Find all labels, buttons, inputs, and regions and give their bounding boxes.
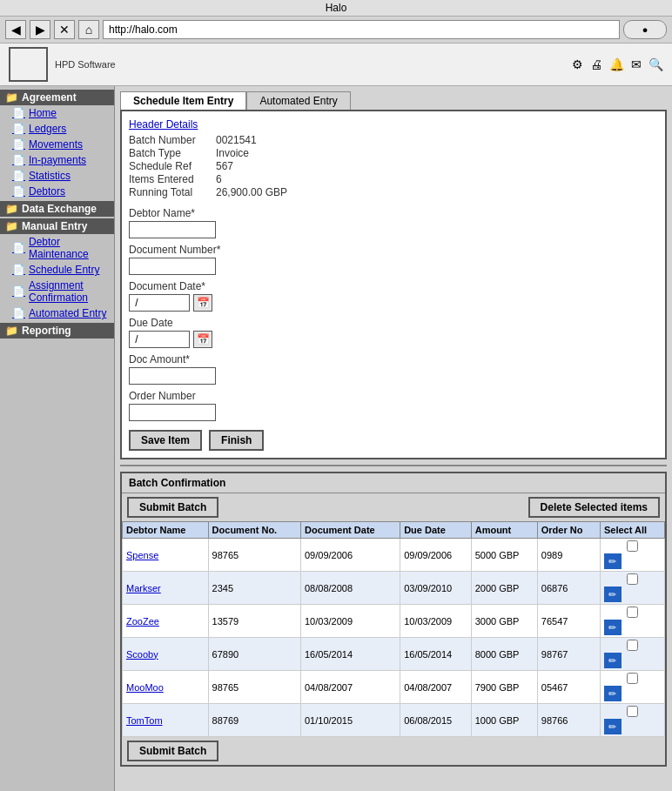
address-bar[interactable] <box>103 20 620 39</box>
table-row: Markser 2345 08/08/2008 03/09/2010 2000 … <box>123 572 665 605</box>
cell-debtor-5: TomTom <box>123 704 209 737</box>
sidebar-item-movements[interactable]: 📄 Movements <box>0 137 114 152</box>
header-details-link[interactable]: Header Details <box>129 118 658 131</box>
debtor-link-3[interactable]: Scooby <box>126 649 158 660</box>
forward-button[interactable]: ▶ <box>30 20 50 39</box>
due-date-calendar-icon[interactable]: 📅 <box>193 331 212 348</box>
document-number-input[interactable] <box>129 258 216 275</box>
cell-amount-0: 5000 GBP <box>471 539 537 572</box>
sidebar-item-debtors[interactable]: 📄 Debtors <box>0 184 114 199</box>
edit-button-5[interactable]: ✏ <box>604 719 622 734</box>
app-header: HPD Software ⚙ 🖨 🔔 ✉ 🔍 <box>0 44 672 86</box>
sidebar-assignment-confirmation-label: Assignment Confirmation <box>29 279 107 304</box>
col-order-no: Order No <box>537 522 600 539</box>
finish-button[interactable]: Finish <box>209 430 264 451</box>
doc-icon: 📄 <box>12 154 25 166</box>
sidebar: 📁 Agreement 📄 Home 📄 Ledgers 📄 Movements… <box>0 86 115 791</box>
order-number-input[interactable] <box>129 404 216 421</box>
form-buttons: Save Item Finish <box>129 430 658 451</box>
sidebar-item-statistics[interactable]: 📄 Statistics <box>0 168 114 184</box>
due-date-input[interactable] <box>129 331 190 348</box>
back-button[interactable]: ◀ <box>5 20 26 39</box>
document-number-label: Document Number* <box>129 244 658 256</box>
sidebar-item-schedule-entry[interactable]: 📄 Schedule Entry <box>0 262 114 278</box>
cell-docdate-0: 09/09/2006 <box>300 539 400 572</box>
sidebar-item-home[interactable]: 📄 Home <box>0 105 114 121</box>
main-layout: 📁 Agreement 📄 Home 📄 Ledgers 📄 Movements… <box>0 86 672 791</box>
batch-footer: Submit Batch <box>122 737 665 765</box>
cell-select-0: ✏ <box>600 539 664 572</box>
sidebar-item-ledgers[interactable]: 📄 Ledgers <box>0 121 114 137</box>
col-select-all[interactable]: Select All <box>600 522 664 539</box>
save-item-button[interactable]: Save Item <box>129 430 202 451</box>
cell-docno-3: 67890 <box>208 638 300 671</box>
sidebar-item-automated-entry[interactable]: 📄 Automated Entry <box>0 305 114 321</box>
schedule-ref-value: 567 <box>216 160 658 172</box>
debtor-name-input[interactable] <box>129 221 216 238</box>
sidebar-reporting-folder[interactable]: 📁 Reporting <box>0 323 114 339</box>
cell-docno-2: 13579 <box>208 605 300 638</box>
home-button[interactable]: ⌂ <box>78 20 99 39</box>
stop-button[interactable]: ✕ <box>54 20 75 39</box>
print-icon[interactable]: 🖨 <box>590 57 602 71</box>
cell-orderno-4: 05467 <box>537 671 600 704</box>
sidebar-inpayments-label: In-payments <box>29 154 86 166</box>
edit-button-4[interactable]: ✏ <box>604 686 622 701</box>
cell-amount-4: 7900 GBP <box>471 671 537 704</box>
delete-selected-button[interactable]: Delete Selected items <box>528 497 660 518</box>
doc-icon: 📄 <box>12 285 25 298</box>
settings-icon[interactable]: ⚙ <box>572 57 583 71</box>
doc-icon: 📄 <box>12 107 25 119</box>
search-icon[interactable]: 🔍 <box>648 57 663 71</box>
batch-number-value: 0021541 <box>216 134 658 146</box>
cell-docdate-3: 16/05/2014 <box>300 638 400 671</box>
batch-number-label: Batch Number <box>129 134 216 146</box>
bell-icon[interactable]: 🔔 <box>609 57 624 71</box>
tab-automated-entry[interactable]: Automated Entry <box>246 91 350 110</box>
cell-orderno-0: 0989 <box>537 539 600 572</box>
tab-schedule-item-entry[interactable]: Schedule Item Entry <box>120 91 246 110</box>
cell-debtor-2: ZooZee <box>123 605 209 638</box>
edit-button-1[interactable]: ✏ <box>604 587 622 602</box>
row-checkbox-3[interactable] <box>627 640 638 651</box>
debtor-link-0[interactable]: Spense <box>126 550 158 560</box>
edit-button-3[interactable]: ✏ <box>604 653 622 668</box>
items-entered-value: 6 <box>216 173 658 185</box>
folder-icon: 📁 <box>5 325 18 337</box>
edit-button-0[interactable]: ✏ <box>604 553 622 569</box>
col-document-no: Document No. <box>208 522 300 539</box>
debtor-link-2[interactable]: ZooZee <box>126 616 159 627</box>
sidebar-data-exchange-label: Data Exchange <box>22 203 97 215</box>
row-checkbox-4[interactable] <box>627 673 638 684</box>
row-checkbox-1[interactable] <box>627 573 638 585</box>
document-date-input[interactable] <box>129 294 190 312</box>
cell-debtor-3: Scooby <box>123 638 209 671</box>
schedule-item-entry-panel: Header Details Batch Number 0021541 Batc… <box>120 110 667 459</box>
sidebar-data-exchange-folder[interactable]: 📁 Data Exchange <box>0 201 114 217</box>
mail-icon[interactable]: ✉ <box>631 57 642 71</box>
doc-amount-input[interactable] <box>129 367 216 385</box>
cell-duedate-0: 09/09/2006 <box>400 539 472 572</box>
sidebar-item-inpayments[interactable]: 📄 In-payments <box>0 152 114 168</box>
doc-amount-label: Doc Amount* <box>129 353 658 365</box>
document-date-calendar-icon[interactable]: 📅 <box>193 294 212 312</box>
row-checkbox-0[interactable] <box>627 540 638 552</box>
document-date-field: Document Date* 📅 <box>129 280 658 312</box>
sidebar-manual-entry-folder[interactable]: 📁 Manual Entry <box>0 218 114 234</box>
row-checkbox-2[interactable] <box>627 607 638 618</box>
debtor-link-4[interactable]: MooMoo <box>126 682 164 693</box>
submit-batch-button-bottom[interactable]: Submit Batch <box>127 741 218 761</box>
order-number-label: Order Number <box>129 390 658 402</box>
row-checkbox-5[interactable] <box>627 706 638 717</box>
col-due-date: Due Date <box>400 522 472 539</box>
edit-button-2[interactable]: ✏ <box>604 620 622 635</box>
debtor-link-5[interactable]: TomTom <box>126 715 163 726</box>
sidebar-debtor-maintenance-label: Debtor Maintenance <box>29 236 107 260</box>
sidebar-item-assignment-confirmation[interactable]: 📄 Assignment Confirmation <box>0 278 114 305</box>
submit-batch-button-top[interactable]: Submit Batch <box>127 497 218 518</box>
debtor-link-1[interactable]: Markser <box>126 583 161 593</box>
doc-icon: 📄 <box>12 264 25 276</box>
sidebar-item-debtor-maintenance[interactable]: 📄 Debtor Maintenance <box>0 234 114 262</box>
browser-search-button[interactable]: ● <box>623 20 667 39</box>
cell-select-2: ✏ <box>600 605 664 638</box>
